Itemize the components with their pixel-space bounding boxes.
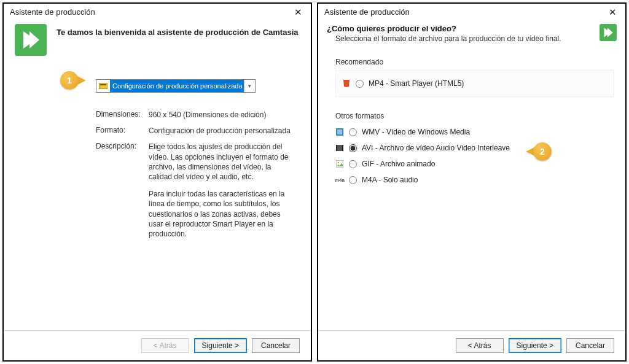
svg-rect-5: [336, 145, 337, 151]
wizard-content: ¿Cómo quieres producir el vídeo? Selecci…: [318, 19, 625, 330]
camtasia-logo-icon: [600, 24, 617, 41]
wizard-window-left: Asistente de producción ✕ Te damos la bi…: [2, 2, 312, 362]
svg-rect-7: [336, 160, 343, 168]
html5-icon: [342, 79, 351, 88]
description-value: Elige todos los ajustes de producción de…: [149, 142, 292, 246]
radio-wmv[interactable]: [349, 128, 357, 136]
wizard-footer: < Atrás Siguiente > Cancelar: [4, 330, 311, 360]
next-button[interactable]: Siguiente >: [194, 338, 247, 353]
radio-m4a[interactable]: [349, 176, 357, 184]
recommended-group: MP4 - Smart Player (HTML5): [335, 70, 614, 97]
close-icon[interactable]: ✕: [292, 7, 305, 17]
question-heading: ¿Cómo quieres producir el vídeo?: [327, 24, 561, 33]
window-title: Asistente de producción: [10, 7, 95, 17]
option-gif[interactable]: GIF - Archivo animado: [335, 156, 617, 172]
format-value: Configuración de producción personalizad…: [149, 126, 292, 136]
preset-label: Configuración de producción personalizad…: [110, 80, 244, 92]
option-mp4[interactable]: MP4 - Smart Player (HTML5): [342, 76, 608, 91]
option-gif-label: GIF - Archivo animado: [362, 160, 435, 168]
question-block: ¿Cómo quieres producir el vídeo? Selecci…: [327, 24, 561, 43]
close-icon[interactable]: ✕: [606, 7, 619, 17]
production-preset-select[interactable]: Configuración de producción personalizad…: [96, 79, 256, 93]
dimensions-label: Dimensiones:: [96, 110, 149, 120]
svg-rect-3: [337, 130, 342, 134]
svg-point-8: [338, 162, 339, 163]
description-label: Descripción:: [96, 142, 149, 246]
titlebar: Asistente de producción ✕: [318, 4, 625, 19]
next-button[interactable]: Siguiente >: [509, 338, 561, 353]
wizard-content: Te damos la bienvenida al asistente de p…: [4, 19, 311, 330]
back-button: < Atrás: [141, 338, 189, 353]
back-button[interactable]: < Atrás: [456, 338, 504, 353]
wmv-icon: [335, 128, 344, 136]
preset-details: Dimensiones: 960 x 540 (Dimensiones de e…: [96, 110, 292, 246]
window-title: Asistente de producción: [324, 7, 410, 17]
titlebar: Asistente de producción ✕: [4, 4, 311, 19]
radio-gif[interactable]: [349, 160, 357, 168]
recommended-label: Recomendado: [335, 58, 617, 66]
cancel-button[interactable]: Cancelar: [252, 338, 300, 353]
svg-rect-1: [100, 84, 106, 85]
preset-icon: [98, 81, 108, 91]
wizard-footer: < Atrás Siguiente > Cancelar: [318, 330, 625, 360]
m4a-icon: m4a: [335, 176, 344, 184]
annotation-callout-1: 1: [60, 71, 86, 90]
option-wmv[interactable]: WMV - Vídeo de Windows Media: [335, 124, 617, 140]
gif-icon: [335, 160, 344, 168]
chevron-down-icon: ▾: [244, 80, 255, 92]
format-label: Formato:: [96, 126, 149, 136]
camtasia-logo-icon: [15, 24, 47, 56]
other-formats-label: Otros formatos: [335, 112, 617, 120]
other-formats-group: WMV - Vídeo de Windows Media AVI - Archi…: [335, 124, 617, 188]
radio-avi[interactable]: [349, 144, 357, 152]
dimensions-value: 960 x 540 (Dimensiones de edición): [149, 110, 292, 120]
option-mp4-label: MP4 - Smart Player (HTML5): [369, 79, 464, 88]
option-avi-label: AVI - Archivo de vídeo Audio Video Inter…: [362, 144, 510, 152]
avi-icon: [335, 144, 344, 152]
welcome-heading: Te damos la bienvenida al asistente de p…: [57, 28, 299, 37]
option-avi[interactable]: AVI - Archivo de vídeo Audio Video Inter…: [335, 140, 617, 156]
option-wmv-label: WMV - Vídeo de Windows Media: [362, 128, 470, 136]
option-m4a-label: M4A - Solo audio: [362, 176, 418, 184]
cancel-button[interactable]: Cancelar: [566, 338, 614, 353]
svg-rect-6: [342, 145, 343, 151]
option-m4a[interactable]: m4a M4A - Solo audio: [335, 172, 617, 188]
radio-mp4[interactable]: [356, 80, 364, 88]
question-subtext: Selecciona el formato de archivo para la…: [335, 34, 561, 43]
svg-rect-0: [99, 83, 107, 89]
wizard-window-right: Asistente de producción ✕ ¿Cómo quieres …: [317, 2, 627, 362]
